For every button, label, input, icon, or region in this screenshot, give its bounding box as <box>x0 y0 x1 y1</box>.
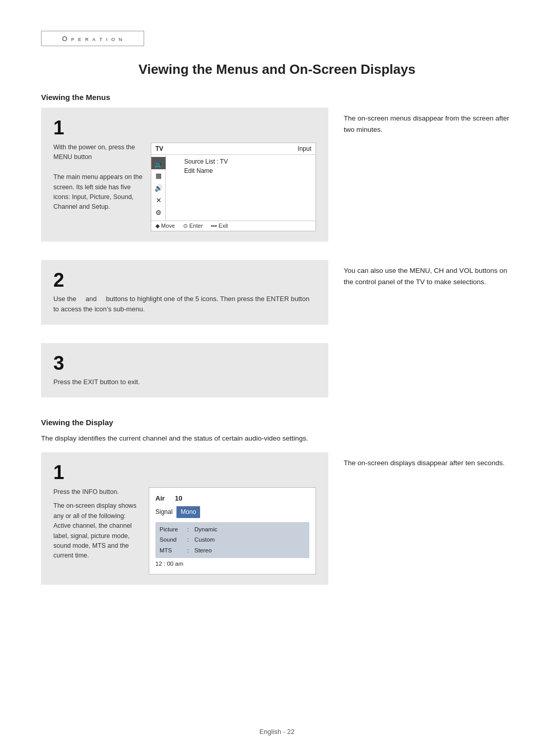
info-colon-3: : <box>187 545 192 556</box>
step1-num: 1 <box>53 118 316 137</box>
step3-num: 3 <box>53 353 316 373</box>
info-val-sound: Custom <box>194 534 215 545</box>
tv-icon-setup: ⚙ <box>151 206 166 218</box>
tv-footer-enter: ⊙ Enter <box>183 223 203 229</box>
info-label-sound: Sound <box>160 534 185 545</box>
viewing-menus-title: Viewing the Menus <box>41 93 513 102</box>
step1-left-text: With the power on, press the MENU button… <box>53 143 146 231</box>
display-inner-left: Press the INFO button. The on-screen dis… <box>53 487 141 574</box>
step3-box: 3 Press the EXIT button to exit. <box>41 343 328 397</box>
display-step1-num: 1 <box>53 463 316 482</box>
info-label-picture: Picture <box>160 524 185 535</box>
tv-menu-header: TV Input <box>151 143 315 155</box>
operation-box: O p e r a t i o n <box>41 31 144 46</box>
tv-menu-widget: TV Input 📺 ▦ 🔊 ✕ <box>151 143 316 231</box>
info-label-mts: MTS <box>160 545 185 556</box>
display-right: The on-screen displays disappear after t… <box>344 452 513 585</box>
step2-row: 2 Use the and buttons to highlight one o… <box>41 260 513 333</box>
step2-right: You can also use the MENU, CH and VOL bu… <box>344 260 513 333</box>
step2-left: 2 Use the and buttons to highlight one o… <box>41 260 328 333</box>
page-footer: English - 22 <box>0 728 554 735</box>
step1-box: 1 With the power on, press the MENU butt… <box>41 108 328 242</box>
tv-body: 📺 ▦ 🔊 ✕ ⚙ Source List : TV Edit Name <box>151 155 315 221</box>
step2-text: Use the and buttons to highlight one of … <box>53 294 316 314</box>
step2-box: 2 Use the and buttons to highlight one o… <box>41 260 328 325</box>
display-gray-box: 1 Press the INFO button. The on-screen d… <box>41 452 328 585</box>
tv-icon-picture: ▦ <box>151 169 166 182</box>
display-left: 1 Press the INFO button. The on-screen d… <box>41 452 328 585</box>
tv-header-label: TV <box>155 145 163 152</box>
info-colon-1: : <box>187 524 192 535</box>
tv-header-right: Input <box>298 145 311 152</box>
channel-line: Air 10 <box>155 493 309 504</box>
tv-icon-channel: ✕ <box>151 194 166 206</box>
tv-footer-exit: ▪▪▪ Exit <box>211 223 228 229</box>
info-colon-2: : <box>187 534 192 545</box>
info-row-mts: MTS : Stereo <box>160 545 305 556</box>
step1-right-text: The on-screen menus disappear from the s… <box>344 114 509 133</box>
step2-num: 2 <box>53 270 316 290</box>
info-row-picture: Picture : Dynamic <box>160 524 305 535</box>
tv-menu-item-2: Edit Name <box>184 166 228 175</box>
viewing-menus-section: Viewing the Menus 1 With the power on, p… <box>41 93 513 406</box>
info-row-sound: Sound : Custom <box>160 534 305 545</box>
step3-right <box>344 343 513 406</box>
tv-footer-move: ◆ Move <box>155 223 175 229</box>
info-block: Picture : Dynamic Sound : Custom <box>155 522 309 558</box>
step1-content: With the power on, press the MENU button… <box>53 143 316 231</box>
display-text2: The on-screen display shows any or all o… <box>53 501 141 561</box>
tv-icon-input: 📺 <box>151 157 166 169</box>
viewing-display-title: Viewing the Display <box>41 418 513 427</box>
display-text1: Press the INFO button. <box>53 487 141 497</box>
tv-menu-content: Source List : TV Edit Name <box>180 155 232 221</box>
display-right-text: The on-screen displays disappear after t… <box>344 459 505 467</box>
main-title: Viewing the Menus and On-Screen Displays <box>41 62 513 77</box>
display-widget: Air 10 Signal Mono Picture : <box>149 487 316 574</box>
info-val-mts: Stereo <box>194 545 212 556</box>
tv-icon-sound: 🔊 <box>151 182 166 194</box>
operation-label: O p e r a t i o n <box>62 35 123 43</box>
tv-icons-wrapper: 📺 ▦ 🔊 ✕ ⚙ Source List : TV Edit Name <box>151 155 315 221</box>
display-intro: The display identifies the current chann… <box>41 433 513 444</box>
signal-value: Mono <box>176 506 200 518</box>
step3-left: 3 Press the EXIT button to exit. <box>41 343 328 406</box>
page-label: English - 22 <box>260 728 295 735</box>
step1-right: The on-screen menus disappear from the s… <box>344 108 513 250</box>
signal-line: Signal Mono <box>155 506 309 518</box>
step1-row: 1 With the power on, press the MENU butt… <box>41 108 513 250</box>
channel-num: 10 <box>175 493 182 504</box>
time-line: 12 : 00 am <box>155 559 309 569</box>
tv-menu-item-1: Source List : TV <box>184 157 228 166</box>
step3-text: Press the EXIT button to exit. <box>53 377 316 387</box>
step3-row: 3 Press the EXIT button to exit. <box>41 343 513 406</box>
step1-left: 1 With the power on, press the MENU butt… <box>41 108 328 250</box>
step2-right-text: You can also use the MENU, CH and VOL bu… <box>344 267 507 286</box>
info-val-picture: Dynamic <box>194 524 217 535</box>
viewing-display-section: Viewing the Display The display identifi… <box>41 418 513 585</box>
tv-menu-icons: 📺 ▦ 🔊 ✕ ⚙ <box>151 155 166 221</box>
channel-label: Air <box>155 493 165 504</box>
tv-menu-footer: ◆ Move ⊙ Enter ▪▪▪ Exit <box>151 221 315 231</box>
signal-label: Signal <box>155 507 172 517</box>
display-inner-row: Press the INFO button. The on-screen dis… <box>53 487 316 574</box>
display-content-row: 1 Press the INFO button. The on-screen d… <box>41 452 513 585</box>
